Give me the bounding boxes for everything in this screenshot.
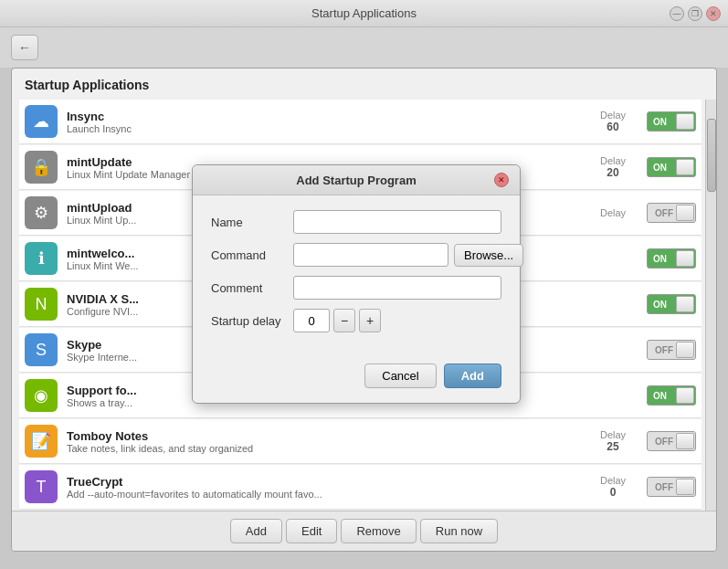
- name-row: Name: [211, 210, 501, 234]
- command-row: Command Browse...: [211, 243, 501, 267]
- command-input[interactable]: [293, 243, 448, 267]
- delay-input-group: − +: [293, 309, 381, 332]
- command-input-group: Browse...: [293, 243, 523, 267]
- dialog-footer: Cancel Add: [193, 356, 520, 403]
- dialog-overlay: Add Startup Program ✕ Name Command Brows…: [0, 0, 728, 569]
- comment-input[interactable]: [293, 276, 501, 300]
- dialog-close-button[interactable]: ✕: [494, 173, 509, 187]
- delay-row: Startup delay − +: [211, 309, 501, 332]
- comment-row: Comment: [211, 276, 501, 300]
- delay-input[interactable]: [293, 309, 330, 332]
- dialog-cancel-button[interactable]: Cancel: [364, 364, 436, 388]
- dialog-add-button[interactable]: Add: [444, 364, 501, 388]
- delay-decrement-button[interactable]: −: [333, 309, 355, 332]
- dialog-body: Name Command Browse... Comment Startup d…: [193, 195, 520, 356]
- add-startup-dialog: Add Startup Program ✕ Name Command Brows…: [192, 164, 521, 404]
- name-label: Name: [211, 216, 293, 229]
- dialog-title: Add Startup Program: [218, 174, 494, 187]
- browse-button[interactable]: Browse...: [454, 244, 523, 267]
- comment-label: Comment: [211, 281, 293, 295]
- dialog-header: Add Startup Program ✕: [193, 165, 520, 195]
- delay-label: Startup delay: [211, 314, 293, 328]
- name-input[interactable]: [293, 210, 501, 234]
- command-label: Command: [211, 248, 293, 262]
- delay-increment-button[interactable]: +: [359, 309, 381, 332]
